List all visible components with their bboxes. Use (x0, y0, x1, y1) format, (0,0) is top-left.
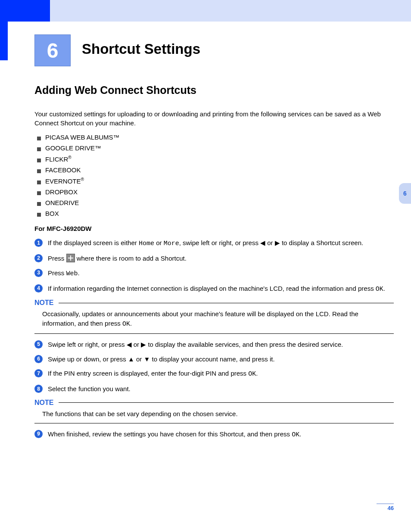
thumb-index-number: 6 (403, 190, 407, 197)
chapter-number: 6 (47, 39, 59, 62)
step-9: 9 When finished, review the settings you… (34, 429, 394, 440)
divider (59, 303, 394, 303)
step-text: If information regarding the Internet co… (48, 284, 394, 294)
chapter-title: Shortcut Settings (82, 41, 200, 57)
header-bar (0, 0, 411, 22)
service-name: FLICKR® (45, 155, 72, 163)
note-text: The functions that can be set vary depen… (42, 409, 394, 419)
service-item: FACEBOOK (37, 166, 394, 174)
step-5: 5 Swipe left or right, or press ◀ or ▶ t… (34, 340, 394, 349)
thumb-index-tab: 6 (399, 183, 411, 204)
step-4: 4 If information regarding the Internet … (34, 284, 394, 294)
divider (34, 423, 394, 423)
service-name: FACEBOOK (45, 166, 81, 174)
step-number-badge: 6 (34, 355, 43, 363)
step-text: Select the function you want. (48, 384, 394, 394)
note-block: NOTE Occasionally, updates or announceme… (34, 299, 394, 334)
model-heading: For MFC-J6920DW (34, 225, 394, 232)
step-number-badge: 5 (34, 340, 43, 348)
step-text: If the PIN entry screen is displayed, en… (48, 369, 394, 379)
service-name: EVERNOTE® (45, 177, 84, 185)
step-number-badge: 3 (34, 269, 43, 277)
service-item: PICASA WEB ALBUMS™ (37, 134, 394, 141)
service-item: EVERNOTE® (37, 177, 394, 185)
step-number-badge: 8 (34, 385, 43, 393)
square-bullet-icon (37, 213, 41, 217)
note-block: NOTE The functions that can be set vary … (34, 399, 394, 423)
square-bullet-icon (37, 202, 41, 206)
step-number-badge: 2 (34, 254, 43, 262)
note-label: NOTE (34, 299, 53, 307)
step-text: Swipe left or right, or press ◀ or ▶ to … (48, 340, 394, 349)
service-name: DROPBOX (45, 188, 78, 196)
step-6: 6 Swipe up or down, or press ▲ or ▼ to d… (34, 355, 394, 364)
service-item: FLICKR® (37, 155, 394, 163)
step-text: Swipe up or down, or press ▲ or ▼ to dis… (48, 355, 394, 364)
header-accent-dark (0, 0, 50, 22)
header-accent-light (50, 0, 411, 22)
step-3: 3 Press Web. (34, 268, 394, 279)
step-text: If the displayed screen is either Home o… (48, 238, 394, 249)
divider (34, 333, 394, 334)
service-item: ONEDRIVE (37, 199, 394, 206)
service-item: DROPBOX (37, 188, 394, 196)
square-bullet-icon (37, 137, 41, 140)
square-bullet-icon (37, 191, 41, 195)
square-bullet-icon (37, 169, 41, 173)
step-1: 1 If the displayed screen is either Home… (34, 238, 394, 249)
square-bullet-icon (37, 180, 41, 184)
step-number-badge: 1 (34, 239, 43, 247)
step-number-badge: 7 (34, 369, 43, 377)
step-text: Press Web. (48, 268, 394, 279)
divider (59, 402, 394, 403)
services-list: PICASA WEB ALBUMS™ GOOGLE DRIVE™ FLICKR®… (34, 134, 394, 217)
service-name: PICASA WEB ALBUMS™ (45, 134, 120, 141)
section-heading: Adding Web Connect Shortcuts (34, 84, 394, 96)
step-text: Press where there is room to add a Short… (48, 254, 394, 263)
step-2: 2 Press where there is room to add a Sho… (34, 254, 394, 263)
step-number-badge: 9 (34, 430, 43, 438)
service-name: ONEDRIVE (45, 199, 79, 206)
side-accent (0, 22, 8, 60)
intro-paragraph: Your customized settings for uploading t… (34, 109, 394, 128)
note-label: NOTE (34, 399, 53, 407)
square-bullet-icon (37, 159, 41, 162)
step-7: 7 If the PIN entry screen is displayed, … (34, 369, 394, 379)
step-text: When finished, review the settings you h… (48, 429, 394, 440)
chapter-number-badge: 6 (34, 34, 71, 66)
service-item: BOX (37, 210, 394, 217)
page-content: Adding Web Connect Shortcuts Your custom… (34, 84, 394, 445)
page-number: 46 (377, 504, 394, 511)
service-item: GOOGLE DRIVE™ (37, 144, 394, 152)
square-bullet-icon (37, 147, 41, 151)
plus-icon (66, 254, 75, 262)
step-number-badge: 4 (34, 284, 43, 292)
service-name: BOX (45, 210, 59, 217)
note-text: Occasionally, updates or announcements a… (42, 309, 394, 329)
service-name: GOOGLE DRIVE™ (45, 144, 101, 152)
step-8: 8 Select the function you want. (34, 384, 394, 394)
